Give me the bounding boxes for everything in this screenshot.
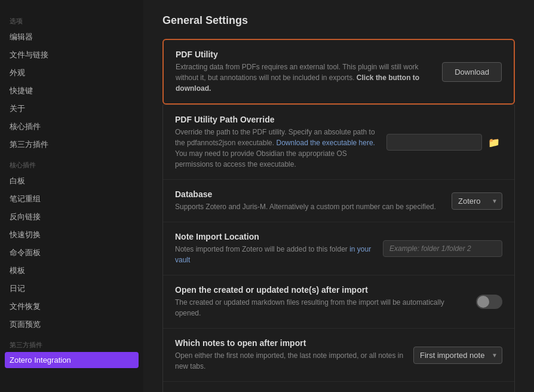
which-notes-dropdown[interactable]: First imported note Last imported note A… — [413, 347, 502, 364]
sidebar-section-options: 选项 — [0, 10, 143, 28]
sidebar-item-file-recovery[interactable]: 文件恢复 — [0, 298, 143, 316]
which-notes-dropdown-wrapper: First imported note Last imported note A… — [413, 347, 502, 364]
sidebar-item-backlinks[interactable]: 反向链接 — [0, 208, 143, 226]
sidebar-item-about[interactable]: 关于 — [0, 100, 143, 118]
pdf-path-desc: Override the path to the PDF utility. Sp… — [175, 127, 377, 170]
annotation-concat-row: Enable Annotation Concatenation Annotati… — [163, 382, 514, 392]
folder-browse-button[interactable]: 📁 — [486, 134, 502, 151]
which-notes-text: Which notes to open after import Open ei… — [175, 338, 404, 372]
database-dropdown-wrapper: Zotero Juris-M Custom — [452, 192, 502, 210]
sidebar-item-quick-switch[interactable]: 快速切换 — [0, 226, 143, 244]
note-import-text: Note Import Location Notes imported from… — [175, 232, 373, 265]
sidebar: 选项 编辑器 文件与链接 外观 快捷键 关于 核心插件 第三方插件 核心插件 白… — [0, 0, 143, 392]
pdf-utility-desc: Extracting data from PDFs requires an ex… — [176, 62, 432, 94]
pdf-path-title: PDF Utility Path Override — [175, 115, 377, 124]
pdf-path-row: PDF Utility Path Override Override the p… — [163, 105, 514, 180]
sidebar-item-community-plugins[interactable]: 第三方插件 — [0, 136, 143, 154]
sidebar-item-core-plugins[interactable]: 核心插件 — [0, 118, 143, 136]
pdf-utility-title: PDF Utility — [176, 50, 432, 59]
sidebar-section-core: 核心插件 — [0, 154, 143, 172]
note-import-desc: Notes imported from Zotero will be added… — [175, 244, 373, 265]
main-content: General Settings PDF Utility Extracting … — [143, 0, 534, 392]
which-notes-desc: Open either the first note imported, the… — [175, 350, 404, 372]
open-after-import-desc: The created or updated markdown files re… — [175, 297, 467, 318]
database-text: Database Supports Zotero and Juris-M. Al… — [175, 189, 442, 212]
pdf-path-link[interactable]: Download the executable here. — [276, 139, 375, 147]
open-after-import-text: Open the created or updated note(s) afte… — [175, 285, 467, 318]
sidebar-item-daily-notes[interactable]: 日记 — [0, 280, 143, 298]
sidebar-item-files[interactable]: 文件与链接 — [0, 46, 143, 64]
open-after-import-title: Open the created or updated note(s) afte… — [175, 285, 467, 295]
sidebar-item-appearance[interactable]: 外观 — [0, 64, 143, 82]
sidebar-section-community: 第三方插件 — [0, 333, 143, 352]
pdf-utility-text: PDF Utility Extracting data from PDFs re… — [176, 50, 432, 94]
pdf-path-text: PDF Utility Path Override Override the p… — [175, 115, 377, 170]
sidebar-item-canvas[interactable]: 白板 — [0, 172, 143, 190]
which-notes-row: Which notes to open after import Open ei… — [163, 329, 514, 382]
open-after-import-row: Open the created or updated note(s) afte… — [163, 275, 514, 329]
path-input-wrapper: 📁 — [386, 134, 502, 151]
database-desc: Supports Zotero and Juris-M. Alternative… — [175, 201, 442, 212]
sidebar-item-templates[interactable]: 模板 — [0, 262, 143, 280]
settings-main-section: PDF Utility Path Override Override the p… — [162, 105, 515, 392]
page-title: General Settings — [162, 14, 515, 27]
sidebar-item-hotkeys[interactable]: 快捷键 — [0, 82, 143, 100]
which-notes-title: Which notes to open after import — [175, 338, 404, 348]
note-import-row: Note Import Location Notes imported from… — [163, 222, 514, 275]
pdf-utility-row: PDF Utility Extracting data from PDFs re… — [164, 40, 514, 103]
pdf-path-input[interactable] — [386, 134, 482, 151]
open-after-import-toggle[interactable] — [476, 295, 502, 309]
sidebar-item-zotero-integration[interactable]: Zotero Integration — [5, 352, 139, 368]
database-row: Database Supports Zotero and Juris-M. Al… — [163, 180, 514, 222]
download-button[interactable]: Download — [442, 62, 502, 82]
sidebar-item-note-reorganize[interactable]: 笔记重组 — [0, 190, 143, 208]
sidebar-item-editor[interactable]: 编辑器 — [0, 28, 143, 46]
note-location-input[interactable] — [383, 240, 502, 257]
pdf-utility-section: PDF Utility Extracting data from PDFs re… — [162, 39, 515, 105]
sidebar-item-command-palette[interactable]: 命令面板 — [0, 244, 143, 262]
note-import-title: Note Import Location — [175, 232, 373, 241]
database-title: Database — [175, 189, 442, 199]
database-dropdown[interactable]: Zotero Juris-M Custom — [452, 192, 502, 210]
sidebar-item-page-preview[interactable]: 页面预览 — [0, 316, 143, 333]
